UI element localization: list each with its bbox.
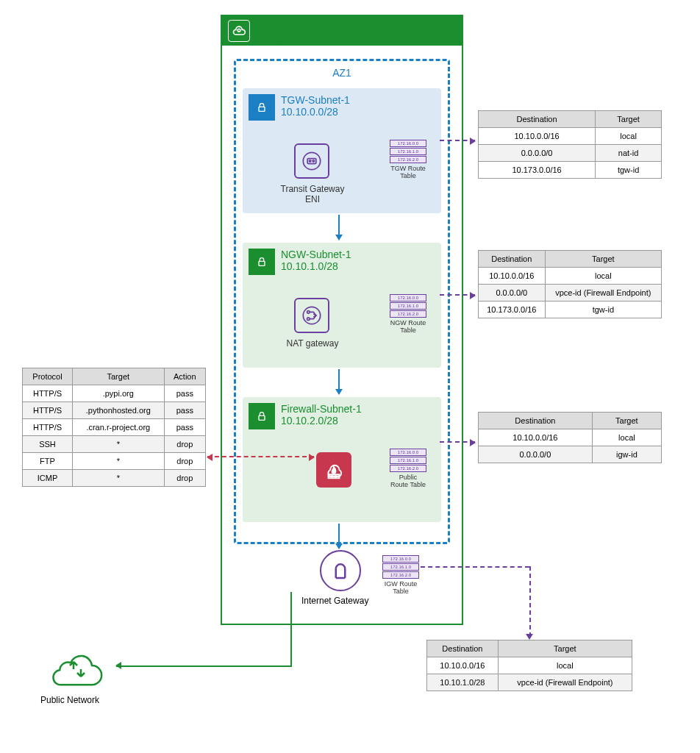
ngw-route-table-icon: 172.16.0.0 172.16.1.0 172.16.2.0 NGW Rou… [390,294,426,334]
subnet-lock-icon [249,249,275,275]
dashed-line-icon [421,566,529,568]
vpc-title-block: Hub Inspection-Egress-VPC 10.10.0.0/16 [257,21,386,44]
tgw-route-table: DestinationTarget 10.10.0.0/16local 0.0.… [478,110,662,179]
table-row: HTTP/S.pythonhosted.orgpass [23,402,206,419]
svg-rect-1 [259,107,265,111]
svg-point-7 [303,307,320,324]
subnet-lock-icon [249,94,275,121]
dashed-arrow-icon [440,441,475,443]
table-row: 10.10.0.0/16local [479,268,662,285]
az-label: AZ1 [332,67,351,79]
table-row: 10.10.1.0/28vpce-id (Firewall Endpoint) [427,674,632,691]
vpc-title: Hub Inspection-Egress-VPC [257,21,386,32]
tgw-subnet: TGW-Subnet-1 10.10.0.0/28 Transit Gatewa… [243,88,441,213]
svg-point-5 [312,160,314,162]
ngw-route-table: DestinationTarget 10.10.0.0/16local 0.0.… [478,250,662,318]
table-row: 10.173.0.0/16tgw-id [479,162,662,179]
arrowhead-left-icon [112,662,121,669]
ngw-subnet-title: NGW-Subnet-1 10.10.1.0/28 [281,249,351,272]
table-row: HTTP/S.pypi.orgpass [23,385,206,402]
table-row: 10.10.0.0/16local [479,429,662,446]
table-row: 10.10.0.0/16local [479,128,662,145]
table-row: 10.10.0.0/16local [427,657,632,674]
transit-gateway-eni-icon [294,143,329,179]
firewall-icon [316,452,351,488]
arrow-down-icon [338,524,340,549]
igw-route-table: DestinationTarget 10.10.0.0/16local 10.1… [426,640,632,691]
arrow-down-icon [338,369,340,394]
fw-route-table: DestinationTarget 10.10.0.0/16local 0.0.… [478,412,662,463]
table-row: FTP*drop [23,453,206,470]
tgw-subnet-title: TGW-Subnet-1 10.10.0.0/28 [281,94,350,118]
table-row: SSH*drop [23,436,206,453]
svg-rect-6 [259,261,265,265]
arrow-down-icon [338,215,340,240]
igw-route-table-icon: 172.16.0.0 172.16.1.0 172.16.2.0 IGW Rou… [382,555,419,595]
dashed-arrow-red-icon [207,456,314,457]
internet-gateway-icon [320,550,361,591]
vpc-cidr: 10.10.0.0/16 [257,32,386,44]
table-row: 10.173.0.0/16tgw-id [479,301,662,318]
svg-point-2 [303,152,320,169]
tgw-route-table-icon: 172.16.0.0 172.16.1.0 172.16.2.0 TGW Rou… [390,140,426,179]
nat-gateway-icon [294,298,329,333]
public-network-label: Public Network [40,695,99,705]
svg-rect-10 [259,415,265,420]
subnet-lock-icon [249,403,275,429]
table-row: 0.0.0.0/0igw-id [479,446,662,463]
ngw-subnet: NGW-Subnet-1 10.10.1.0/28 NAT gateway 17… [243,243,441,368]
table-row: 0.0.0.0/0vpce-id (Firewall Endpoint) [479,285,662,301]
fw-subnet-title: Firewall-Subnet-1 10.10.2.0/28 [281,403,362,427]
dashed-arrow-icon [440,140,475,141]
public-network-cloud-icon [44,647,110,691]
table-row: ICMP*drop [23,470,206,487]
table-row: HTTP/S.cran.r-project.orgpass [23,419,206,436]
firewall-rules-table: ProtocolTargetAction HTTP/S.pypi.orgpass… [22,368,206,487]
line-icon [290,592,292,665]
table-row: 0.0.0.0/0nat-id [479,145,662,162]
cloud-lock-icon [228,20,250,42]
svg-point-4 [310,160,311,162]
fw-route-table-icon: 172.16.0.0 172.16.1.0 172.16.2.0 Public … [390,449,426,488]
igw-label: Internet Gateway [301,596,368,606]
svg-rect-0 [238,29,240,32]
dashed-arrow-down-icon [529,566,531,637]
firewall-subnet: Firewall-Subnet-1 10.10.2.0/28 172.16.0.… [243,397,441,522]
tgw-resource-label: Transit Gateway ENI [279,184,346,204]
svg-point-9 [307,318,310,321]
svg-point-8 [307,311,310,314]
ngw-resource-label: NAT gateway [279,338,346,349]
line-icon [116,665,292,667]
dashed-arrow-icon [440,294,475,296]
